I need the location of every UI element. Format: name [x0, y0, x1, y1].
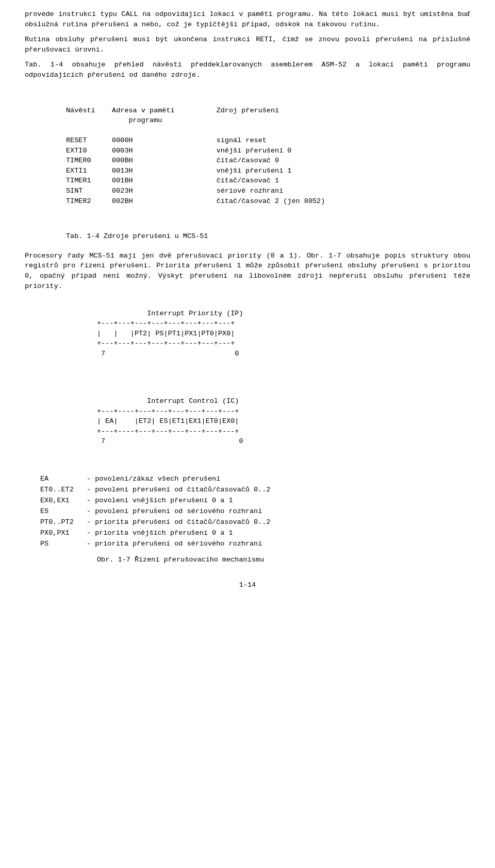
glossary-row-ea: EA - povolení/zákaz všech přerušení [40, 474, 470, 485]
glossary-term-ps: PS [40, 539, 87, 550]
paragraph-1: provede instrukcí typu CALL na odpovídaj… [25, 9, 470, 29]
section-para-text: Procesory řady MCS-51 mají jen dvě přeru… [25, 251, 470, 291]
glossary-row-pt: PT0..PT2 - priorita přerušení od čítačů/… [40, 517, 470, 528]
paragraph-3: Tab. 1-4 obsahuje přehled návěstí předde… [25, 60, 470, 80]
glossary-row-es: ES - povolení přerušení od sériového roz… [40, 506, 470, 517]
para1-text: provede instrukcí typu CALL na odpovídaj… [25, 9, 470, 29]
glossary-def-ex01: - povolení vnějších přerušení 0 a 1 [87, 496, 470, 506]
glossary-row-px: PX0,PX1 - priorita vnějších přerušení 0 … [40, 528, 470, 539]
interrupt-table: Návěstí Adresa v paměti Zdroj přerušení … [66, 85, 470, 226]
glossary-term-pt: PT0..PT2 [40, 517, 87, 528]
glossary-def-pt: - priorita přerušení od čítačů/časovačů … [87, 517, 470, 528]
ip-diagram: Interrupt Priority (IP) +---+---+---+---… [97, 298, 470, 379]
figure-caption: Obr. 1-7 Řízení přerušovacího mechanismu [97, 555, 470, 565]
ic-title: Interrupt Control (IC) +---+----+---+---… [97, 397, 243, 445]
glossary-term-et: ET0..ET2 [40, 485, 87, 496]
table-caption: Tab. 1-4 Zdroje přerušení u MCS-51 [66, 231, 470, 242]
glossary-table: EA - povolení/zákaz všech přerušení ET0.… [40, 474, 470, 549]
ic-diagram: Interrupt Control (IC) +---+----+---+---… [97, 386, 470, 467]
glossary-term-ea: EA [40, 474, 87, 485]
paragraph-2: Rutina obsluhy přerušení musí být ukonče… [25, 35, 470, 55]
glossary-row-ps: PS - priorita přerušení od sériového roz… [40, 539, 470, 550]
ip-title: Interrupt Priority (IP) +---+---+---+---… [97, 310, 243, 358]
table-header: Návěstí Adresa v paměti Zdroj přerušení … [66, 107, 325, 215]
page-number: 1-14 [25, 580, 470, 590]
section-paragraph: Procesory řady MCS-51 mají jen dvě přeru… [25, 251, 470, 291]
glossary-def-ea: - povolení/zákaz všech přerušení [87, 474, 470, 485]
glossary-term-ex01: EX0,EX1 [40, 496, 87, 506]
glossary-row-ex01: EX0,EX1 - povolení vnějších přerušení 0 … [40, 496, 470, 506]
glossary-def-px: - priorita vnějších přerušení 0 a 1 [87, 528, 470, 539]
glossary-term-es: ES [40, 506, 87, 517]
glossary-def-es: - povolení přerušení od sériového rozhra… [87, 506, 470, 517]
glossary-row-et: ET0..ET2 - povolení přerušení od čítačů/… [40, 485, 470, 496]
page-content: provede instrukcí typu CALL na odpovídaj… [25, 9, 470, 590]
para3-text: Tab. 1-4 obsahuje přehled návěstí předde… [25, 60, 470, 80]
para2-text: Rutina obsluhy přerušení musí být ukonče… [25, 35, 470, 55]
glossary-def-ps: - priorita přerušení od sériového rozhra… [87, 539, 470, 550]
glossary-term-px: PX0,PX1 [40, 528, 87, 539]
glossary-def-et: - povolení přerušení od čítačů/časovačů … [87, 485, 470, 496]
